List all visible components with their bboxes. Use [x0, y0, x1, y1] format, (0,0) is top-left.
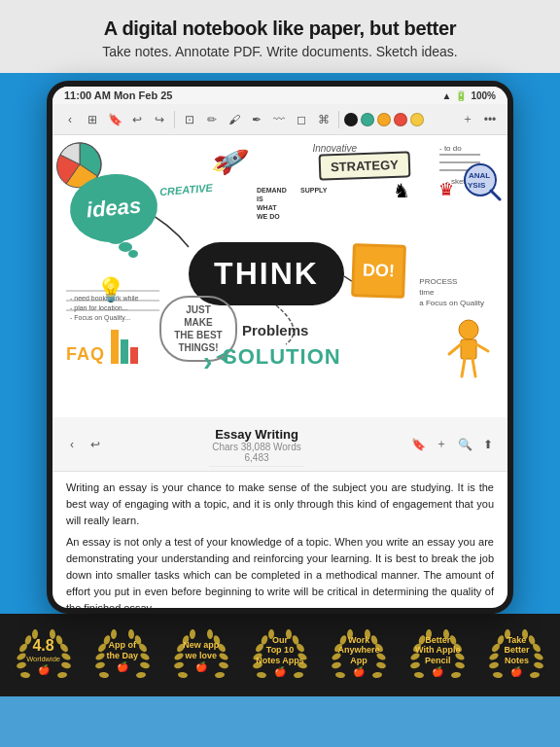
wifi-icon: ▲ [442, 90, 452, 101]
badge-pencil: BetterWith ApplePencil 🍎 [400, 626, 475, 687]
badge-wreath-appday: App ofthe Day 🍎 [92, 626, 153, 687]
problems-text: Problems [242, 322, 308, 338]
badge-inner-top10: OurTop 10Notes Apps 🍎 [256, 635, 304, 677]
svg-line-21 [462, 359, 465, 376]
svg-point-110 [493, 671, 503, 678]
status-right: ▲ 🔋 100% [442, 90, 496, 101]
svg-rect-6 [130, 347, 138, 364]
color-orange[interactable] [377, 113, 391, 126]
pencil-badge-text: BetterWith ApplePencil [415, 635, 461, 665]
toolbar-divider-1 [174, 111, 175, 128]
supply-text: SUPPLY [300, 186, 327, 195]
back-button[interactable]: ‹ [60, 110, 80, 129]
note-stats: Chars 38,088 Words 6,483 [209, 442, 305, 463]
svg-point-60 [206, 628, 213, 638]
badge-new-app: New appwe love 🍎 [163, 626, 239, 687]
badge-inner-pencil: BetterWith ApplePencil 🍎 [415, 635, 461, 677]
color-yellow[interactable] [410, 113, 424, 126]
note-para-1: Writing an essay is your chance to make … [66, 480, 494, 529]
main-title: A digital notebook like paper, but bette… [19, 18, 541, 40]
svg-text:- plan for location...: - plan for location... [70, 304, 128, 312]
marker-icon[interactable]: 〰 [269, 110, 289, 129]
badge-wreath-top10: OurTop 10Notes Apps 🍎 [250, 626, 310, 687]
pencil-icon[interactable]: ✒ [247, 110, 266, 129]
svg-point-63 [218, 660, 228, 668]
rating-label: Worldwide [26, 655, 60, 663]
svg-point-50 [98, 671, 108, 678]
status-time: 11:00 AM Mon Feb 25 [64, 89, 172, 101]
newapp-text: New appwe love [183, 640, 219, 660]
status-bar: 11:00 AM Mon Feb 25 ▲ 🔋 100% [52, 87, 508, 104]
svg-line-22 [472, 359, 475, 376]
takenotes-text: TakeBetterNotes [504, 635, 529, 665]
creative-text: CREATIVE [159, 182, 214, 198]
note-undo-button[interactable]: ↩ [86, 435, 105, 454]
bottom-badges-bar: 4.8 Worldwide 🍎 [0, 614, 560, 696]
svg-point-101 [489, 651, 501, 660]
add-icon[interactable]: ＋ [458, 110, 477, 129]
bookmark2-icon[interactable]: 🔖 [408, 435, 428, 454]
svg-point-112 [530, 671, 540, 678]
demand-supply-text: DEMANDISWHATWE DO [257, 186, 287, 221]
svg-point-13 [465, 164, 496, 196]
undo-icon[interactable]: ↩ [127, 110, 147, 129]
badge-wreath-takenotes: TakeBetterNotes 🍎 [486, 626, 546, 687]
svg-point-2 [119, 242, 132, 252]
svg-text:- to do: - to do [439, 144, 462, 153]
badge-inner-work: WorkAnywhereApp 🍎 [338, 635, 380, 677]
badge-inner-newapp: New appwe love 🍎 [183, 640, 219, 672]
grid-icon[interactable]: ⊞ [83, 110, 102, 129]
toolbar: ‹ ⊞ 🔖 ↩ ↪ ⊡ ✏ 🖌 ✒ 〰 ◻ ⌘ ＋ [52, 104, 508, 135]
svg-point-109 [489, 660, 500, 668]
share-icon[interactable]: ⬆ [478, 435, 498, 454]
toolbar-divider-2 [338, 111, 339, 128]
eraser-icon[interactable]: ◻ [292, 110, 311, 129]
work-text: WorkAnywhereApp [338, 635, 380, 665]
apple-icon-newapp: 🍎 [195, 661, 207, 672]
faq-text: FAQ [66, 344, 105, 365]
rocket-icon: 🚀 [209, 141, 250, 181]
note-title: Essay Writing [209, 427, 305, 442]
battery-percent: 100% [471, 90, 496, 101]
color-green[interactable] [361, 113, 374, 126]
svg-rect-18 [461, 339, 476, 359]
lasso-icon[interactable]: ⌘ [314, 110, 333, 129]
top-section: A digital notebook like paper, but bette… [0, 0, 560, 73]
badge-work-anywhere: WorkAnywhereApp 🍎 [321, 626, 397, 687]
solution-arrow-icon: › [203, 346, 212, 377]
add2-icon[interactable]: ＋ [432, 435, 451, 454]
bookmark-icon[interactable]: 🔖 [105, 110, 124, 129]
note-back-button[interactable]: ‹ [62, 435, 82, 454]
badge-wreath-newapp: New appwe love 🍎 [171, 626, 231, 687]
color-black[interactable] [344, 113, 358, 126]
appday-text: App ofthe Day [106, 640, 138, 660]
badge-wreath-rating: 4.8 Worldwide 🍎 [14, 626, 74, 687]
svg-line-20 [476, 344, 488, 351]
apple-icon-work: 🍎 [353, 666, 365, 677]
svg-point-105 [534, 651, 545, 660]
svg-rect-4 [111, 330, 119, 364]
apple-icon-top10: 🍎 [274, 666, 286, 677]
search2-icon[interactable]: 🔍 [455, 435, 474, 454]
badge-rating: 4.8 Worldwide 🍎 [6, 626, 82, 687]
ipad-screen: 11:00 AM Mon Feb 25 ▲ 🔋 100% ‹ ⊞ 🔖 ↩ ↪ ⊡… [52, 87, 508, 608]
more-icon[interactable]: ••• [480, 110, 500, 129]
svg-rect-5 [121, 339, 128, 364]
redo-icon[interactable]: ↪ [150, 110, 169, 129]
apple-icon-pencil: 🍎 [432, 666, 443, 677]
svg-line-14 [491, 191, 500, 199]
badge-inner-appday: App ofthe Day 🍎 [106, 640, 138, 672]
badge-top10: OurTop 10Notes Apps 🍎 [242, 626, 318, 687]
color-red[interactable] [394, 113, 407, 126]
pen-icon[interactable]: ✏ [202, 110, 222, 129]
rating-value: 4.8 [32, 637, 53, 655]
svg-point-57 [218, 651, 229, 660]
note-toolbar: ‹ ↩ Essay Writing Chars 38,088 Words 6,4… [52, 417, 508, 472]
select-icon[interactable]: ⊡ [180, 110, 199, 129]
brush-icon[interactable]: 🖌 [225, 110, 244, 129]
note-content: Writing an essay is your chance to make … [52, 472, 508, 608]
svg-text:- Focus on Quality...: - Focus on Quality... [70, 314, 130, 322]
svg-point-52 [135, 671, 145, 678]
svg-point-37 [16, 660, 26, 668]
note-title-area: Essay Writing Chars 38,088 Words 6,483 [209, 421, 305, 467]
